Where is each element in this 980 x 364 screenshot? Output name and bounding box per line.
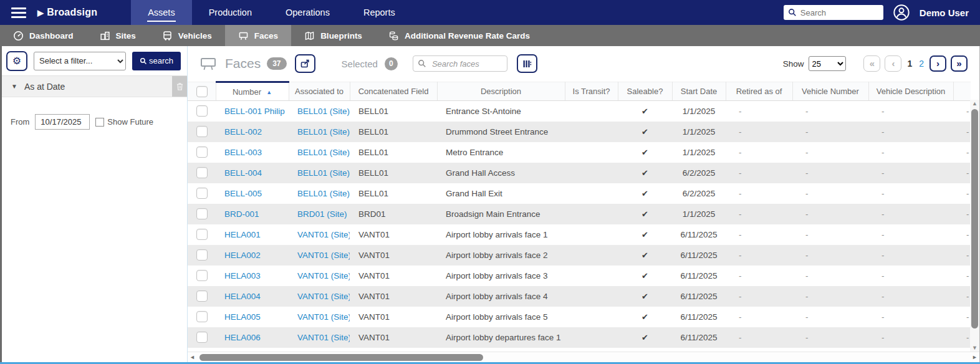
tab-production-label: Production bbox=[209, 7, 252, 17]
column-header-is-transit[interactable]: Is Transit? bbox=[565, 82, 618, 101]
page-number-current[interactable]: 1 bbox=[906, 59, 913, 69]
associated-to-link[interactable]: BRD01 (Site) bbox=[297, 209, 347, 219]
select-all-checkbox[interactable] bbox=[196, 86, 208, 97]
row-checkbox[interactable] bbox=[196, 290, 208, 302]
row-checkbox[interactable] bbox=[196, 126, 208, 137]
filter-settings-button[interactable]: ⚙ bbox=[6, 51, 27, 71]
as-at-date-panel-header[interactable]: ▼ As at Date bbox=[2, 76, 187, 97]
associated-to-link[interactable]: VANT01 (Site) bbox=[297, 230, 350, 239]
associated-to-link[interactable]: BELL01 (Site) bbox=[297, 189, 350, 198]
face-number-link[interactable]: BELL-001 Philip bbox=[224, 107, 285, 116]
associated-to-link[interactable]: BELL01 (Site) bbox=[297, 127, 350, 136]
associated-to-link[interactable]: VANT01 (Site) bbox=[297, 333, 350, 342]
tab-operations[interactable]: Operations bbox=[269, 0, 347, 25]
chevron-down-icon[interactable]: ▼ bbox=[11, 83, 17, 90]
subnav-item-dashboard[interactable]: Dashboard bbox=[0, 25, 87, 46]
row-checkbox[interactable] bbox=[196, 146, 208, 158]
face-number-link[interactable]: HELA006 bbox=[224, 333, 261, 342]
face-number-link[interactable]: BELL-003 bbox=[224, 148, 262, 157]
scroll-right-icon[interactable]: ► bbox=[970, 354, 979, 360]
column-header-description[interactable]: Description bbox=[437, 82, 565, 101]
column-header-concatenated-field[interactable]: Concatenated Field bbox=[350, 82, 437, 101]
row-checkbox[interactable] bbox=[196, 270, 208, 281]
row-checkbox-cell bbox=[188, 142, 216, 163]
subnav-item-additional-revenue-rate-cards[interactable]: Additional Revenue Rate Cards bbox=[375, 25, 543, 46]
scroll-down-icon[interactable]: ▼ bbox=[970, 345, 979, 351]
subnav-item-blueprints[interactable]: Blueprints bbox=[291, 25, 375, 46]
face-number-link[interactable]: HELA002 bbox=[224, 251, 261, 260]
filter-select[interactable]: Select a filter... bbox=[34, 52, 126, 70]
face-number-link[interactable]: HELA001 bbox=[224, 230, 261, 239]
vehicle-number-cell: - bbox=[792, 224, 868, 245]
face-number-link[interactable]: BELL-004 bbox=[224, 168, 262, 178]
row-checkbox[interactable] bbox=[196, 229, 208, 240]
vertical-scrollbar[interactable]: ▲ ▼ bbox=[970, 100, 979, 352]
tab-reports[interactable]: Reports bbox=[347, 0, 412, 25]
next-page-icon: › bbox=[936, 59, 939, 68]
associated-to-link[interactable]: VANT01 (Site) bbox=[297, 251, 350, 260]
tab-production[interactable]: Production bbox=[192, 0, 269, 25]
associated-to-link[interactable]: VANT01 (Site) bbox=[297, 312, 350, 322]
face-number-link[interactable]: HELA005 bbox=[224, 312, 261, 322]
column-header-start-date[interactable]: Start Date bbox=[672, 82, 726, 101]
sidebar-search-button[interactable]: search bbox=[132, 52, 181, 70]
scroll-up-icon[interactable]: ▲ bbox=[970, 100, 979, 107]
associated-to-link[interactable]: BELL01 (Site) bbox=[297, 107, 350, 116]
horizontal-scrollbar[interactable]: ◄ ► bbox=[188, 352, 979, 362]
associated-to-link[interactable]: BELL01 (Site) bbox=[297, 148, 350, 157]
previous-page-button[interactable]: ‹ bbox=[885, 55, 901, 72]
face-number-link[interactable]: BRD-001 bbox=[224, 209, 259, 219]
row-checkbox[interactable] bbox=[196, 311, 208, 322]
row-checkbox[interactable] bbox=[196, 332, 208, 343]
row-checkbox[interactable] bbox=[196, 208, 208, 219]
face-number-link[interactable]: HELA003 bbox=[224, 271, 261, 280]
from-date-input[interactable] bbox=[35, 114, 90, 130]
table-row: BELL-004BELL01 (Site)BELL01Grand Hall Ac… bbox=[188, 163, 971, 183]
row-checkbox[interactable] bbox=[196, 167, 208, 178]
page-number-2[interactable]: 2 bbox=[918, 59, 925, 69]
show-future-label[interactable]: Show Future bbox=[107, 117, 153, 127]
hamburger-menu-icon[interactable] bbox=[11, 0, 26, 25]
face-number-link[interactable]: HELA004 bbox=[224, 292, 261, 301]
subnav-item-faces[interactable]: Faces bbox=[225, 25, 291, 46]
column-header-vehicle-description[interactable]: Vehicle Description bbox=[868, 82, 953, 101]
face-number-link[interactable]: BELL-005 bbox=[224, 189, 262, 198]
scroll-left-icon[interactable]: ◄ bbox=[188, 354, 197, 360]
remove-filter-button[interactable] bbox=[172, 76, 187, 97]
tab-assets[interactable]: Assets bbox=[131, 0, 192, 25]
associated-to-link: BRD01 (Site) bbox=[289, 204, 350, 224]
column-header-retired-as-of[interactable]: Retired as of bbox=[726, 82, 792, 101]
saleable-cell: ✔ bbox=[618, 245, 672, 266]
row-checkbox[interactable] bbox=[196, 105, 208, 117]
associated-to-link: VANT01 (Site) bbox=[289, 266, 350, 286]
associated-to-link[interactable]: VANT01 (Site) bbox=[297, 292, 350, 301]
last-page-button[interactable]: » bbox=[951, 55, 968, 72]
horizontal-scrollbar-thumb[interactable] bbox=[199, 354, 483, 361]
row-checkbox[interactable] bbox=[196, 249, 208, 261]
row-checkbox[interactable] bbox=[196, 188, 208, 199]
associated-to-link[interactable]: BELL01 (Site) bbox=[297, 168, 350, 178]
export-button[interactable] bbox=[295, 54, 315, 73]
column-header-vehicle-number[interactable]: Vehicle Number bbox=[792, 82, 868, 101]
subnav-item-sites[interactable]: Sites bbox=[87, 25, 149, 46]
column-header-saleable[interactable]: Saleable? bbox=[618, 82, 672, 101]
show-future-checkbox[interactable] bbox=[95, 118, 104, 127]
tab-assets-label: Assets bbox=[148, 7, 175, 17]
associated-to-link[interactable]: VANT01 (Site) bbox=[297, 271, 350, 280]
user-avatar-icon[interactable] bbox=[893, 4, 910, 21]
clipped-cell: - bbox=[953, 122, 971, 142]
first-page-button[interactable]: « bbox=[863, 55, 880, 72]
next-page-button[interactable]: › bbox=[930, 55, 946, 72]
face-number-link[interactable]: BELL-002 bbox=[224, 127, 262, 136]
as-at-date-panel-body: From Show Future bbox=[2, 97, 187, 130]
user-name[interactable]: Demo User bbox=[920, 7, 969, 18]
subnav-item-vehicles[interactable]: Vehicles bbox=[149, 25, 225, 46]
faces-search-input[interactable] bbox=[413, 55, 507, 72]
vertical-scrollbar-thumb[interactable] bbox=[971, 109, 978, 328]
customize-columns-button[interactable] bbox=[517, 54, 537, 73]
column-header-number[interactable]: Number▲ bbox=[216, 82, 289, 101]
column-header-associated-to[interactable]: Associated to bbox=[289, 82, 350, 101]
description-cell: Grand Hall Access bbox=[437, 163, 565, 183]
global-search-input[interactable] bbox=[784, 5, 883, 20]
page-size-select[interactable]: 25 bbox=[809, 56, 846, 71]
